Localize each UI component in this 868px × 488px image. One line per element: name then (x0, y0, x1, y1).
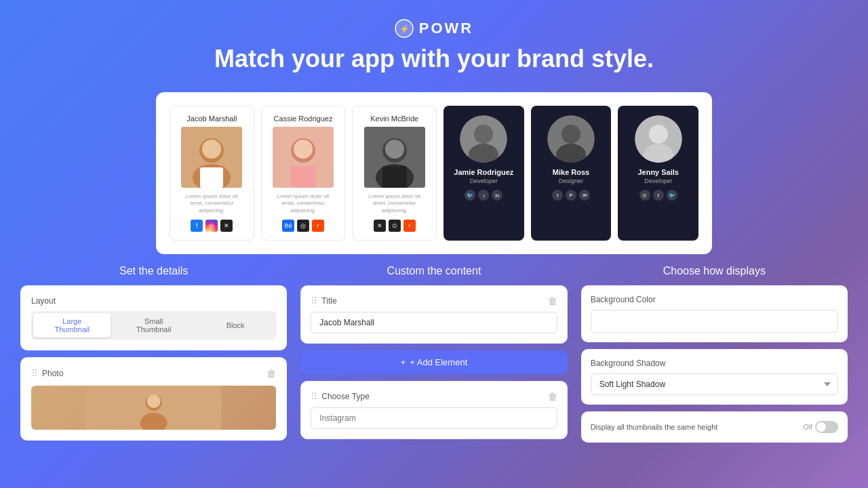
toggle-switch[interactable] (815, 421, 838, 433)
delete-title-icon[interactable]: 🗑 (548, 296, 557, 306)
layout-buttons: LargeThumbnail SmallThumbnail Block (31, 311, 276, 340)
card-photo-cassie (273, 127, 334, 188)
delete-photo-icon[interactable]: 🗑 (267, 368, 276, 379)
dark-icon-tw2: 🐦 (667, 190, 677, 201)
layout-label: Layout (31, 296, 276, 306)
card-jamie: Jamie Rodriguez Developer 🐦 ♪ in (443, 106, 524, 241)
preview-area: Jacob Marshall Lorem ipsum dolor sit ame… (156, 92, 712, 254)
content-card-header: ⠿ Title 🗑 (311, 296, 557, 306)
icon-instagram2: ◎ (297, 220, 309, 232)
svg-rect-11 (290, 166, 316, 188)
dark-name-jamie: Jamie Rodriguez (454, 168, 513, 176)
avatar-jenny (635, 115, 682, 163)
bg-shadow-card: Background Shadow Soft Light Shadow None… (581, 349, 848, 405)
panel-right-title: Choose how displays (581, 265, 848, 277)
bg-color-label: Background Color (591, 295, 838, 304)
choose-type-input[interactable] (311, 407, 557, 429)
card-name-jacob: Jacob Marshall (186, 115, 237, 123)
add-element-button[interactable]: + + Add Element (300, 350, 567, 374)
header: ⚡ POWR Match your app with your brand st… (0, 0, 868, 84)
layout-large-thumbnail[interactable]: LargeThumbnail (33, 313, 111, 338)
choose-type-label: ⠿ Choose Type (311, 391, 370, 402)
height-toggle-card: Display all thumbnails the same height O… (581, 411, 848, 443)
bg-color-input[interactable] (591, 310, 838, 333)
layout-block[interactable]: Block (197, 313, 274, 338)
icon-x: ✕ (220, 220, 233, 232)
icon-instagram: ◎ (205, 220, 218, 232)
svg-point-15 (385, 140, 404, 159)
layout-small-thumbnail[interactable]: SmallThumbnail (115, 313, 192, 338)
svg-point-29 (147, 394, 161, 408)
title-content-card: ⠿ Title 🗑 (300, 285, 567, 344)
dark-name-mike: Mike Ross (553, 168, 589, 176)
card-desc-cassie: Lorem ipsum dolor sit amet, consectetur … (270, 193, 337, 214)
header-tagline: Match your app with your brand style. (0, 45, 868, 73)
dark-role-jenny: Developer (644, 178, 672, 184)
add-element-plus: + (401, 357, 406, 367)
photo-preview (31, 386, 276, 430)
logo-text: POWR (419, 20, 473, 37)
photo-card: ⠿ Photo 🗑 (20, 357, 287, 441)
card-photo-jacob (181, 127, 242, 188)
dark-icon-fb: f (552, 190, 563, 201)
choose-type-header: ⠿ Choose Type 🗑 (311, 391, 557, 402)
delete-type-icon[interactable]: 🗑 (548, 391, 557, 402)
dark-icon-fb2: f (653, 190, 664, 201)
drag-icon: ⠿ (31, 368, 38, 379)
dark-icon-pi: P (566, 190, 576, 201)
svg-point-5 (202, 140, 221, 159)
card-jenny: Jenny Sails Developer ⊙ f 🐦 (618, 106, 698, 241)
svg-point-18 (474, 125, 493, 144)
toggle-label: Display all thumbnails the same height (591, 423, 804, 431)
dark-icon-gh: ⊙ (639, 190, 650, 201)
card-desc-jacob: Lorem ipsum dolor sit amet, consectetur … (178, 193, 245, 214)
card-name-kevin: Kevin McBride (370, 115, 418, 123)
layout-card: Layout LargeThumbnail SmallThumbnail Blo… (20, 285, 287, 350)
svg-point-21 (561, 125, 580, 144)
icon-reddit: r (312, 220, 324, 232)
svg-point-24 (649, 125, 668, 144)
card-photo-kevin (364, 127, 425, 188)
dark-icons-jamie: 🐦 ♪ in (465, 190, 502, 201)
toggle-off-text: Off (804, 424, 812, 431)
toggle-row: Display all thumbnails the same height O… (591, 421, 838, 433)
dark-icon-li: in (492, 190, 502, 201)
panel-left-title: Set the details (20, 265, 287, 277)
card-mike: Mike Ross Designer f P ✉ (531, 106, 612, 241)
dark-icons-jenny: ⊙ f 🐦 (639, 190, 677, 201)
svg-point-10 (294, 140, 313, 159)
icon-tiktok: ✕ (374, 220, 386, 232)
avatar-mike (547, 115, 595, 163)
title-label: ⠿ Title (311, 296, 336, 306)
icon-github: ⊙ (389, 220, 401, 232)
card-icons-cassie: Bé ◎ r (282, 220, 324, 232)
title-input[interactable] (311, 312, 557, 333)
card-icons-kevin: ✕ ⊙ r (374, 220, 416, 232)
dark-icon-tw: 🐦 (465, 190, 475, 201)
card-name-cassie: Cassie Rodriguez (274, 115, 333, 123)
card-desc-kevin: Lorem ipsum dolor sit amet, consectetur … (361, 193, 428, 214)
dark-name-jenny: Jenny Sails (637, 168, 679, 176)
card-jacob: Jacob Marshall Lorem ipsum dolor sit ame… (170, 106, 254, 241)
dark-role-mike: Designer (559, 178, 583, 184)
svg-rect-6 (200, 167, 223, 188)
panel-center: Custom the content ⠿ Title 🗑 + + Add Ele… (300, 265, 567, 449)
panel-center-title: Custom the content (300, 265, 567, 277)
svg-text:⚡: ⚡ (399, 24, 409, 34)
shadow-select[interactable]: Soft Light Shadow None Medium Shadow Str… (591, 373, 838, 395)
icon-behance: Bé (282, 220, 294, 232)
bottom-panels: Set the details Layout LargeThumbnail Sm… (20, 265, 848, 449)
icon-reddit2: r (403, 220, 416, 232)
drag-icon-title: ⠿ (311, 296, 317, 306)
panel-left: Set the details Layout LargeThumbnail Sm… (20, 265, 287, 449)
bg-color-card: Background Color (581, 285, 848, 342)
card-cassie: Cassie Rodriguez Lorem ipsum dolor sit a… (261, 106, 346, 241)
bg-shadow-label: Background Shadow (591, 359, 838, 368)
dark-icons-mike: f P ✉ (552, 190, 590, 201)
svg-rect-16 (382, 166, 407, 188)
card-kevin: Kevin McBride Lorem ipsum dolor sit amet… (352, 106, 437, 241)
powr-logo-icon: ⚡ (395, 19, 414, 38)
dark-icon-em: ✉ (579, 190, 590, 201)
photo-card-header: ⠿ Photo 🗑 (31, 368, 276, 379)
avatar-jamie (460, 115, 507, 163)
